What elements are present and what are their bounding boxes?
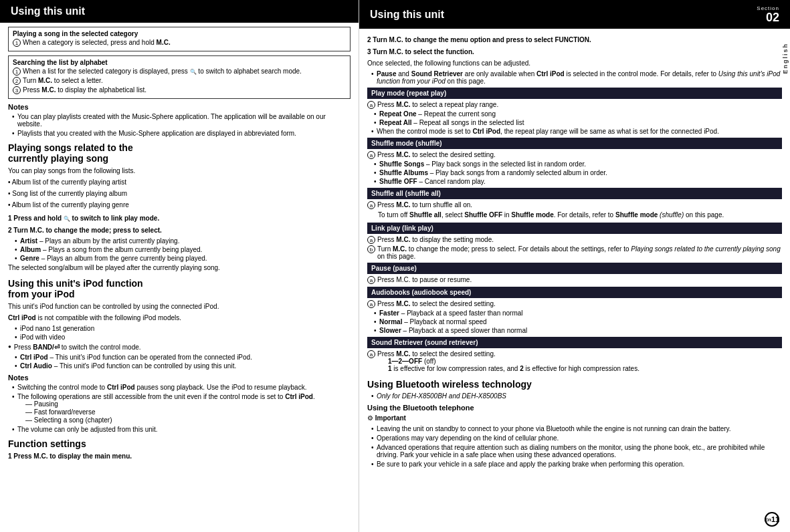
- faster: Faster – Playback at a speed faster than…: [374, 309, 782, 317]
- num-sr1: a: [367, 350, 375, 358]
- important-1: Leaving the unit on standby to connect t…: [371, 425, 782, 432]
- right-header: Using this unit Section 02: [359, 0, 790, 29]
- dash-3: Selecting a song (chapter): [17, 416, 351, 424]
- audiobooks-bar: Audiobooks (audiobook speed): [367, 287, 782, 298]
- step2-list: Artist – Plays an album by the artist cu…: [8, 237, 351, 262]
- shuffle-songs: Shuffle Songs – Play back songs in the s…: [374, 160, 782, 168]
- ipod-models-list: iPod nano 1st generation iPod with video: [8, 325, 351, 341]
- page-number: En 11: [765, 512, 779, 527]
- num-pm1: a: [367, 101, 375, 109]
- en-abbr: En: [765, 517, 771, 523]
- ctrl-ipod-item: Ctrl iPod – This unit's iPod function ca…: [15, 354, 351, 361]
- info-box1-row1: 1 When a category is selected, press and…: [13, 39, 346, 47]
- function-settings-heading: Function settings: [8, 438, 351, 449]
- note-item-1: You can play playlists created with the …: [12, 113, 351, 128]
- ctrl-mode-list: Ctrl iPod – This unit's iPod function ca…: [8, 354, 351, 370]
- slower: Slower – Playback at a speed slower than…: [374, 327, 782, 334]
- num-sh1: a: [367, 151, 375, 159]
- num-ab1: a: [367, 300, 375, 308]
- num-sa1: a: [367, 201, 375, 209]
- info-box2-row2: 2 Turn M.C. to select a letter.: [13, 77, 346, 85]
- ctrl-audio-item: Ctrl Audio – This unit's iPod function c…: [15, 362, 351, 370]
- audiobooks-list: Faster – Playback at a speed faster than…: [367, 309, 782, 334]
- num-1: 1: [13, 39, 21, 47]
- step1-text: 1 Press and hold 🔍 to switch to link pla…: [8, 214, 351, 223]
- notes2-title: Notes: [8, 374, 351, 382]
- shuffle-all-row1: a Press M.C. to turn shuffle all on.: [367, 201, 782, 209]
- dash-2: Fast forward/reverse: [17, 408, 351, 416]
- list-songs: • Song list of the currently playing alb…: [8, 189, 351, 198]
- important-4: Be sure to park your vehicle in a safe p…: [371, 460, 782, 468]
- bt-phone-heading: Using the Bluetooth telephone: [367, 404, 782, 412]
- func-step1: 1 Press M.C. to display the main menu.: [8, 452, 351, 461]
- link-row1: a Press M.C. to display the setting mode…: [367, 236, 782, 244]
- ipod-model-1: iPod nano 1st generation: [15, 325, 351, 332]
- dash-1: Pausing: [17, 400, 351, 408]
- list-genre: • Album list of the currently playing ge…: [8, 201, 351, 210]
- num-1b: 1: [13, 68, 21, 76]
- pause-row1: a Press M.C. to pause or resume.: [367, 276, 782, 284]
- step2-album: Album – Plays a song from the album curr…: [15, 246, 351, 253]
- bluetooth-note-list: Only for DEH-X8500BH and DEH-X8500BS: [367, 392, 782, 400]
- sr-row1: a Press M.C. to select the desired setti…: [367, 350, 782, 372]
- num-3b: 3: [13, 86, 21, 94]
- shuffle-mode-bar: Shuffle mode (shuffle): [367, 138, 782, 149]
- section-num: 02: [766, 11, 779, 23]
- important-2: Operations may vary depending on the kin…: [371, 434, 782, 442]
- important-list: Leaving the unit on standby to connect t…: [367, 425, 782, 468]
- play-mode-row1: a Press M.C. to select a repeat play ran…: [367, 101, 782, 109]
- link-play-label: Link play (link play): [371, 225, 433, 232]
- left-content: Playing a song in the selected category …: [0, 23, 359, 467]
- shuffle-all-note: To turn off Shuffle all, select Shuffle …: [367, 211, 782, 220]
- left-header: Using this unit: [0, 0, 359, 23]
- note2-2: The following operations are still acces…: [12, 393, 351, 424]
- playing-songs-heading: Playing songs related to thecurrently pl…: [8, 142, 351, 164]
- step1-block: 1 Press and hold 🔍 to switch to link pla…: [8, 214, 351, 223]
- right-step2: 2 Turn M.C. to change the menu option an…: [367, 35, 782, 45]
- english-label: English: [781, 40, 790, 77]
- right-content: 2 Turn M.C. to change the menu option an…: [359, 29, 790, 474]
- play-mode-note: When the control mode is set to Ctrl iPo…: [371, 128, 782, 135]
- shuffle-albums: Shuffle Albums – Play back songs from a …: [374, 169, 782, 176]
- info-box2-title: Searching the list by alphabet: [13, 59, 346, 66]
- note2-1: Switching the control mode to Ctrl iPod …: [12, 384, 351, 391]
- shuffle-off: Shuffle OFF – Cancel random play.: [374, 178, 782, 185]
- page-num: 11: [771, 515, 779, 523]
- shuffle-all-bar: Shuffle all (shuffle all): [367, 188, 782, 199]
- right-step3-note: Once selected, the following functions c…: [367, 59, 782, 68]
- num-p1: a: [367, 276, 375, 284]
- play-mode-bar: Play mode (repeat play): [367, 88, 782, 99]
- ipod-para2: Ctrl iPod is not compatible with the fol…: [8, 313, 351, 323]
- normal: Normal – Playback at normal speed: [374, 318, 782, 325]
- important-icon: ⚙ Important: [367, 414, 782, 423]
- sound-retriever-bar: Sound Retriever (sound retriever): [367, 337, 782, 348]
- link-play-bar: Link play (link play): [367, 223, 782, 234]
- bluetooth-note: Only for DEH-X8500BH and DEH-X8500BS: [371, 392, 782, 400]
- step2-block: 2 Turn M.C. to change the mode; press to…: [8, 226, 351, 273]
- pause-note-item: Pause and Sound Retriever are only avail…: [371, 70, 782, 85]
- list-artists: • Album list of the currently playing ar…: [8, 178, 351, 187]
- shuffle-all-label: Shuffle all (shuffle all): [371, 190, 441, 197]
- info-box2-row1: 1 When a list for the selected category …: [13, 68, 346, 76]
- info-box-category: Playing a song in the selected category …: [8, 27, 351, 51]
- pause-label: Pause (pause): [371, 265, 417, 272]
- step2-genre: Genre – Plays an album from the genre cu…: [15, 255, 351, 262]
- pause-bar: Pause (pause): [367, 263, 782, 274]
- notes2-section: Notes Switching the control mode to Ctrl…: [8, 374, 351, 433]
- playing-songs-para: You can play songs from the following li…: [8, 166, 351, 176]
- repeat-all: Repeat All – Repeat all songs in the sel…: [374, 119, 782, 126]
- step2-artist: Artist – Plays an album by the artist cu…: [15, 237, 351, 245]
- notes2-list: Switching the control mode to Ctrl iPod …: [8, 384, 351, 433]
- circle-bullet-band: Press BAND/⏎ to switch the control mode.: [8, 344, 351, 351]
- shuffle-row1: a Press M.C. to select the desired setti…: [367, 151, 782, 159]
- play-mode-label: Play mode (repeat play): [371, 90, 446, 97]
- num-lp1: a: [367, 236, 375, 244]
- pause-note-list: Pause and Sound Retriever are only avail…: [367, 70, 782, 85]
- sound-retriever-label: Sound Retriever (sound retriever): [371, 339, 478, 346]
- right-title: Using this unit: [370, 9, 444, 21]
- shuffle-mode-label: Shuffle mode (shuffle): [371, 140, 442, 147]
- repeat-one: Repeat One – Repeat the current song: [374, 110, 782, 118]
- play-mode-list: Repeat One – Repeat the current song Rep…: [367, 110, 782, 126]
- bluetooth-heading: Using Bluetooth wireless technology: [367, 379, 782, 390]
- left-panel: Using this unit Playing a song in the se…: [0, 0, 359, 532]
